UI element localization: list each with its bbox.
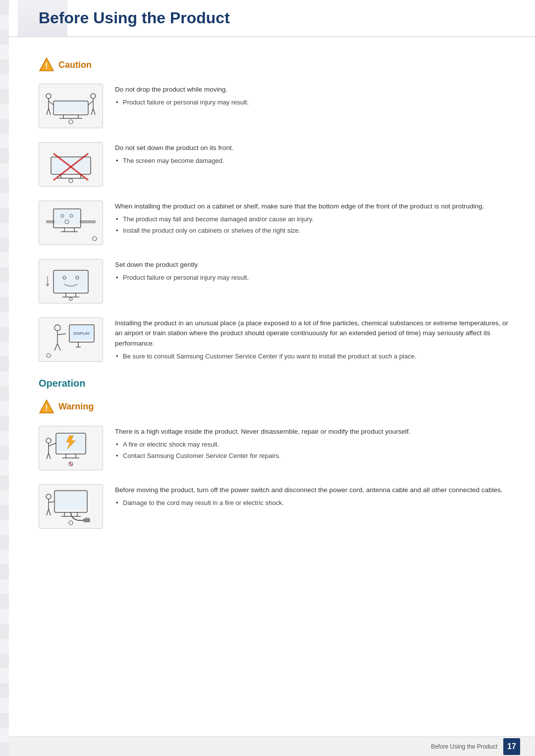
- caution-icon: !: [39, 57, 54, 73]
- warning-main-2: Before moving the product, turn off the …: [115, 485, 510, 495]
- page-header: Before Using the Product: [9, 0, 535, 37]
- footer-text: Before Using the Product: [431, 743, 497, 750]
- caution-bullets-4: Product failure or personal injury may r…: [115, 273, 510, 283]
- caution-item-3: When installing the product on a cabinet…: [39, 201, 510, 245]
- warning-badge: ! Warning: [39, 399, 510, 415]
- operation-heading: Operation: [39, 378, 510, 389]
- svg-line-70: [69, 462, 72, 465]
- warning-bullets-1: A fire or electric shock may result. Con…: [115, 440, 510, 461]
- caution-label: Caution: [58, 60, 92, 70]
- warning-bullet-1-1: A fire or electric shock may result.: [115, 440, 510, 450]
- caution-text-3: When installing the product on a cabinet…: [115, 201, 510, 238]
- caution-bullet-3-2: Install the product only on cabinets or …: [115, 226, 510, 236]
- warning-bullet-2-1: Damage to the cord may result in a fire …: [115, 498, 510, 508]
- caution-main-2: Do not set down the product on its front…: [115, 143, 510, 153]
- svg-line-81: [49, 502, 54, 503]
- left-accent-decoration: [0, 0, 9, 756]
- svg-point-17: [69, 120, 73, 124]
- caution-text-1: Do not drop the product while moving. Pr…: [115, 84, 510, 109]
- svg-text:DISPLAY: DISPLAY: [73, 331, 90, 336]
- svg-point-25: [69, 179, 73, 183]
- caution-image-3: [39, 201, 103, 245]
- caution-bullets-5: Be sure to consult Samsung Customer Serv…: [115, 352, 510, 361]
- caution-text-2: Do not set down the product on its front…: [115, 142, 510, 167]
- svg-rect-76: [83, 518, 90, 522]
- svg-line-67: [47, 453, 49, 459]
- page-footer: Before Using the Product 17: [9, 736, 535, 756]
- svg-line-83: [49, 509, 51, 515]
- svg-line-9: [49, 101, 54, 105]
- warning-icon: !: [39, 399, 54, 415]
- caution-image-1: [39, 84, 103, 128]
- svg-point-64: [46, 438, 51, 443]
- caution-item-4: Set down the product gently Product fail…: [39, 259, 510, 303]
- caution-bullets-3: The product may fall and become damaged …: [115, 214, 510, 236]
- svg-rect-19: [52, 158, 90, 172]
- svg-text:!: !: [45, 404, 48, 412]
- caution-bullet-4-1: Product failure or personal injury may r…: [115, 273, 510, 283]
- caution-main-1: Do not drop the product while moving.: [115, 85, 510, 95]
- warning-bullet-1-2: Contact Samsung Customer Service Center …: [115, 451, 510, 461]
- warning-item-1: There is a high voltage inside the produ…: [39, 426, 510, 470]
- svg-line-66: [49, 443, 56, 446]
- caution-bullets-1: Product failure or personal injury may r…: [115, 98, 510, 107]
- caution-bullets-2: The screen may become damaged.: [115, 156, 510, 166]
- svg-line-48: [54, 344, 57, 351]
- svg-line-68: [49, 453, 51, 459]
- svg-text:!: !: [45, 62, 48, 70]
- caution-image-2: [39, 142, 103, 187]
- caution-item-2: Do not set down the product on its front…: [39, 142, 510, 187]
- warning-label: Warning: [58, 402, 94, 412]
- caution-badge: ! Caution: [39, 57, 510, 73]
- caution-main-5: Installing the product in an unusual pla…: [115, 318, 510, 349]
- svg-line-15: [91, 108, 93, 115]
- svg-point-84: [69, 521, 73, 525]
- warning-text-1: There is a high voltage inside the produ…: [115, 426, 510, 463]
- caution-text-4: Set down the product gently Product fail…: [115, 259, 510, 284]
- svg-rect-28: [54, 210, 80, 225]
- page-number: 17: [503, 738, 520, 755]
- svg-point-79: [46, 494, 51, 499]
- svg-line-82: [47, 509, 49, 515]
- warning-text-2: Before moving the product, turn off the …: [115, 484, 510, 509]
- svg-line-49: [57, 344, 60, 351]
- warning-bullets-2: Damage to the cord may result in a fire …: [115, 498, 510, 508]
- warning-item-2: Before moving the product, turn off the …: [39, 484, 510, 529]
- svg-point-45: [54, 325, 60, 331]
- svg-rect-72: [55, 492, 86, 509]
- svg-point-55: [47, 353, 51, 357]
- warning-image-2: [39, 484, 103, 529]
- svg-point-7: [46, 94, 51, 99]
- caution-bullet-1-1: Product failure or personal injury may r…: [115, 98, 510, 107]
- caution-item-5: DISPLAY Installing the product in an unu…: [39, 317, 510, 363]
- caution-bullet-3-1: The product may fall and become damaged …: [115, 214, 510, 224]
- svg-line-16: [93, 108, 95, 115]
- caution-bullet-5-1: Be sure to consult Samsung Customer Serv…: [115, 352, 510, 361]
- svg-point-12: [91, 94, 96, 99]
- caution-image-4: [39, 259, 103, 303]
- svg-line-14: [88, 101, 93, 105]
- page-title: Before Using the Product: [34, 9, 515, 27]
- svg-line-47: [57, 334, 66, 335]
- svg-rect-3: [54, 102, 87, 113]
- svg-point-44: [69, 298, 72, 301]
- svg-line-11: [49, 108, 51, 115]
- caution-item-1: Do not drop the product while moving. Pr…: [39, 84, 510, 128]
- main-content: ! Caution: [9, 37, 535, 572]
- caution-text-5: Installing the product in an unusual pla…: [115, 317, 510, 363]
- warning-image-1: [39, 426, 103, 470]
- svg-rect-37: [54, 271, 87, 290]
- svg-line-10: [47, 108, 49, 115]
- caution-bullet-2-1: The screen may become damaged.: [115, 156, 510, 166]
- caution-main-4: Set down the product gently: [115, 260, 510, 270]
- caution-main-3: When installing the product on a cabinet…: [115, 202, 510, 211]
- caution-image-5: DISPLAY: [39, 317, 103, 362]
- warning-main-1: There is a high voltage inside the produ…: [115, 427, 510, 437]
- svg-point-35: [93, 237, 97, 241]
